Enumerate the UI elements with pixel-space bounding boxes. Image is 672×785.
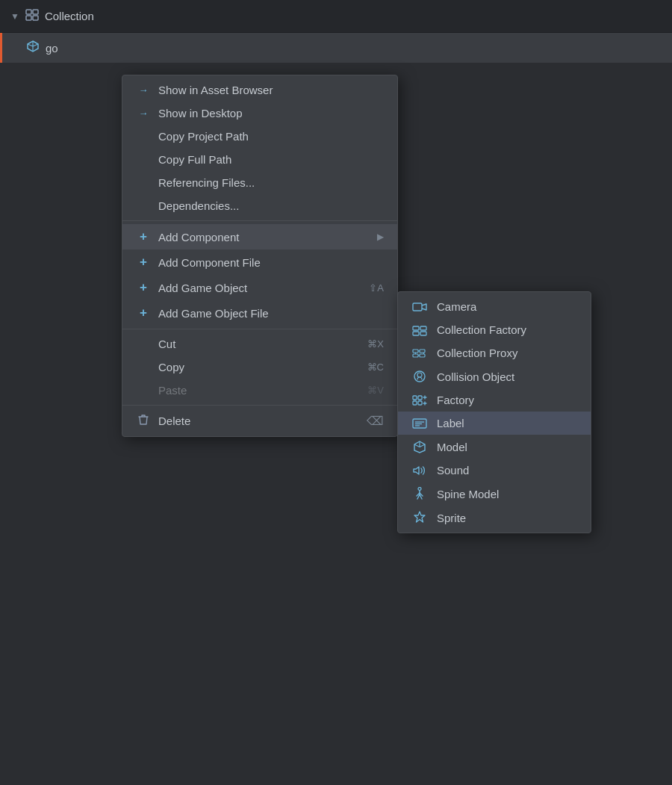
spine-model-icon <box>411 487 428 500</box>
svg-rect-3 <box>33 16 38 20</box>
submenu-item-sprite[interactable]: Sprite <box>398 506 591 530</box>
factory-icon <box>411 394 428 406</box>
separator-3 <box>122 405 397 406</box>
context-menu-wrapper: → Show in Asset Browser → Show in Deskto… <box>122 75 591 533</box>
plus-icon-game-object: + <box>136 280 151 295</box>
svg-rect-15 <box>413 396 417 400</box>
arrow-right-icon2: → <box>136 108 151 119</box>
submenu-item-camera[interactable]: Camera <box>398 295 591 318</box>
submenu: Camera Collection Factory <box>397 291 591 533</box>
submenu-item-sound[interactable]: Sound <box>398 459 591 482</box>
factory-label: Factory <box>437 394 474 406</box>
submenu-item-spine-model[interactable]: Spine Model <box>398 482 591 506</box>
menu-item-add-game-object[interactable]: + Add Game Object ⇧A <box>122 275 397 300</box>
menu-item-add-component-file[interactable]: + Add Component File <box>122 249 397 275</box>
menu-item-add-component[interactable]: + Add Component ▶ <box>122 224 397 249</box>
menu-item-cut[interactable]: Cut ⌘X <box>122 332 397 356</box>
submenu-item-collection-factory[interactable]: Collection Factory <box>398 318 591 341</box>
add-game-object-shortcut: ⇧A <box>369 282 384 294</box>
svg-rect-7 <box>413 332 419 335</box>
delete-icon <box>136 414 151 428</box>
svg-rect-1 <box>33 10 38 14</box>
collision-object-label: Collision Object <box>437 370 514 383</box>
menu-item-show-desktop[interactable]: → Show in Desktop <box>122 102 397 125</box>
label-icon <box>411 418 428 429</box>
context-menu: → Show in Asset Browser → Show in Deskto… <box>122 75 398 437</box>
collection-proxy-label: Collection Proxy <box>437 347 517 359</box>
svg-rect-17 <box>413 401 417 405</box>
copy-full-path-label: Copy Full Path <box>158 153 384 166</box>
separator-1 <box>122 220 397 221</box>
menu-item-referencing-files[interactable]: Referencing Files... <box>122 171 397 194</box>
submenu-item-collection-proxy[interactable]: Collection Proxy <box>398 341 591 364</box>
camera-icon <box>411 302 428 312</box>
submenu-item-label[interactable]: Label <box>398 412 591 435</box>
cut-label: Cut <box>158 338 360 350</box>
separator-2 <box>122 329 397 329</box>
svg-rect-0 <box>26 10 31 14</box>
menu-item-copy-full-path[interactable]: Copy Full Path <box>122 148 397 171</box>
delete-label: Delete <box>158 415 359 427</box>
menu-item-delete[interactable]: Delete ⌫ <box>122 409 397 433</box>
menu-item-show-asset-browser[interactable]: → Show in Asset Browser <box>122 78 397 102</box>
svg-rect-16 <box>418 396 422 400</box>
copy-shortcut: ⌘C <box>367 362 384 373</box>
svg-rect-5 <box>413 326 419 330</box>
dependencies-label: Dependencies... <box>158 199 384 212</box>
camera-label: Camera <box>437 300 476 313</box>
submenu-item-factory[interactable]: Factory <box>398 388 591 412</box>
menu-item-add-game-object-file[interactable]: + Add Game Object File <box>122 300 397 326</box>
svg-rect-11 <box>413 354 418 357</box>
menu-item-dependencies[interactable]: Dependencies... <box>122 194 397 217</box>
show-asset-browser-label: Show in Asset Browser <box>158 84 384 96</box>
paste-label: Paste <box>158 384 360 397</box>
menu-item-copy-project-path[interactable]: Copy Project Path <box>122 125 397 148</box>
svg-rect-6 <box>420 326 426 330</box>
spine-model-label: Spine Model <box>437 488 499 500</box>
svg-rect-18 <box>418 401 422 405</box>
submenu-item-collision-object[interactable]: Collision Object <box>398 364 591 388</box>
game-object-label: go <box>46 42 58 55</box>
svg-rect-4 <box>413 303 422 311</box>
submenu-arrow: ▶ <box>377 232 384 242</box>
collection-proxy-icon <box>411 347 428 359</box>
copy-label: Copy <box>158 361 360 373</box>
collection-icon <box>25 9 39 23</box>
sound-icon <box>411 465 428 477</box>
plus-icon-component: + <box>136 229 151 244</box>
add-game-object-label: Add Game Object <box>158 282 361 294</box>
svg-rect-9 <box>413 350 418 353</box>
svg-rect-8 <box>420 332 426 335</box>
add-game-object-file-label: Add Game Object File <box>158 307 384 320</box>
menu-item-copy[interactable]: Copy ⌘C <box>122 356 397 379</box>
svg-rect-12 <box>420 354 425 357</box>
add-component-file-label: Add Component File <box>158 256 384 269</box>
model-icon <box>411 440 428 453</box>
sprite-label: Sprite <box>437 512 466 524</box>
game-object-icon <box>26 40 40 56</box>
referencing-files-label: Referencing Files... <box>158 176 384 189</box>
label-label: Label <box>437 417 464 429</box>
title-bar: ▼ Collection <box>0 0 672 33</box>
title-label: Collection <box>45 10 94 22</box>
show-desktop-label: Show in Desktop <box>158 107 384 120</box>
sound-label: Sound <box>437 464 469 477</box>
svg-rect-10 <box>420 350 425 353</box>
plus-icon-component-file: + <box>136 255 151 270</box>
copy-project-path-label: Copy Project Path <box>158 130 384 143</box>
svg-rect-2 <box>26 16 31 20</box>
menu-item-paste[interactable]: Paste ⌘V <box>122 379 397 402</box>
submenu-item-model[interactable]: Model <box>398 435 591 459</box>
model-label: Model <box>437 441 467 453</box>
cut-shortcut: ⌘X <box>367 338 384 350</box>
delete-shortcut: ⌫ <box>367 414 384 428</box>
collection-item-go[interactable]: go <box>0 33 672 63</box>
collection-factory-label: Collection Factory <box>437 323 526 336</box>
collapse-arrow[interactable]: ▼ <box>10 11 19 22</box>
plus-icon-game-object-file: + <box>136 305 151 320</box>
collection-factory-icon <box>411 324 428 336</box>
paste-shortcut: ⌘V <box>367 385 384 396</box>
add-component-label: Add Component <box>158 231 364 243</box>
arrow-right-icon: → <box>136 84 151 96</box>
sprite-icon <box>411 511 428 524</box>
